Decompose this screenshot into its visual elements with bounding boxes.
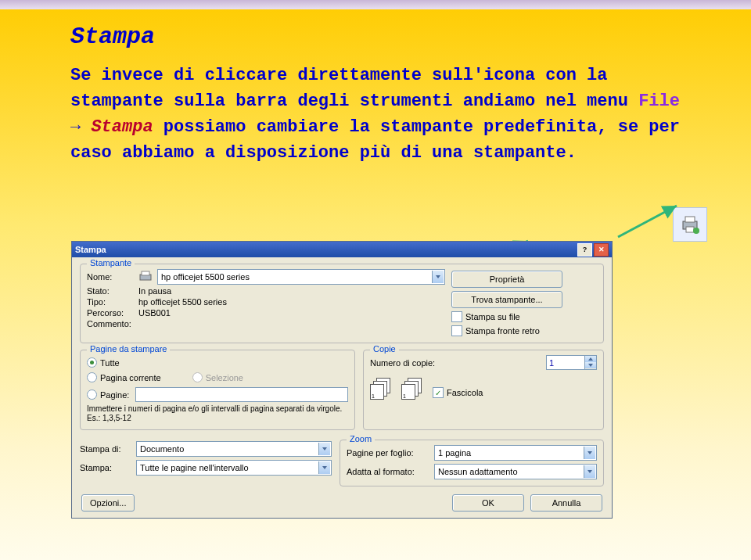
radio-pages[interactable]: Pagine: <box>87 387 348 402</box>
ok-button[interactable]: OK <box>452 494 524 512</box>
print-range-value: Tutte le pagine nell'intervallo <box>140 463 249 472</box>
collate-label: Fascicola <box>447 388 483 397</box>
print-range-dropdown[interactable]: Tutte le pagine nell'intervallo <box>136 460 332 476</box>
fieldset-zoom: Zoom Pagine per foglio:1 pagina Adatta a… <box>340 440 604 486</box>
text-stampa-word: Stampa <box>91 117 153 137</box>
dialog-titlebar: Stampa ? ✕ <box>72 242 612 257</box>
cancel-button[interactable]: Annulla <box>530 494 602 512</box>
radio-selection: Selezione <box>192 372 243 382</box>
printer-icon <box>679 214 701 235</box>
svg-rect-1 <box>685 217 695 222</box>
text-prefix: Se invece di cliccare direttamente sull'… <box>70 66 638 111</box>
legend-zoom: Zoom <box>347 434 375 443</box>
per-sheet-dropdown[interactable]: 1 pagina <box>434 445 597 461</box>
label-type: Tipo: <box>87 297 134 307</box>
fieldset-pages: Pagine da stampare Tutte Pagina corrente… <box>80 350 355 430</box>
close-button[interactable]: ✕ <box>594 243 609 257</box>
status-value: In pausa <box>138 286 171 296</box>
slide-top-stripe <box>0 0 751 9</box>
copies-spinner[interactable]: 1 <box>546 355 597 370</box>
per-sheet-value: 1 pagina <box>438 448 471 458</box>
label-name: Nome: <box>87 272 134 282</box>
label-path: Percorso: <box>87 308 134 318</box>
help-button[interactable]: ? <box>577 243 592 257</box>
text-file-word: File <box>638 92 680 111</box>
legend-printer: Stampante <box>87 258 135 267</box>
print-dialog: Stampa ? ✕ Stampante Nome: hp officejet … <box>71 241 613 519</box>
svg-rect-7 <box>142 271 149 275</box>
slide-body-text: Se invece di cliccare direttamente sull'… <box>70 63 696 166</box>
scale-dropdown[interactable]: Nessun adattamento <box>434 464 597 479</box>
print-what-dropdown[interactable]: Documento <box>136 441 332 457</box>
print-what-value: Documento <box>140 444 184 454</box>
svg-rect-2 <box>686 227 694 232</box>
label-print-range: Stampa: <box>80 463 131 472</box>
copies-label: Numero di copie: <box>370 358 435 368</box>
text-arrow: → <box>70 117 91 137</box>
printer-name-value: hp officejet 5500 series <box>161 272 250 282</box>
radio-all[interactable]: Tutte <box>87 357 348 368</box>
printer-small-icon <box>138 270 153 284</box>
properties-button[interactable]: Proprietà <box>451 271 562 288</box>
slide-title: Stampa <box>70 23 155 50</box>
pages-hint: Immettere i numeri di pagina e/o gli int… <box>87 404 348 423</box>
collate-checkbox[interactable]: ✓Fascicola <box>433 387 483 398</box>
radio-current[interactable]: Pagina corrente <box>87 372 161 382</box>
label-status: Stato: <box>87 286 134 296</box>
duplex-label: Stampa fronte retro <box>465 326 540 336</box>
pages-input[interactable] <box>135 387 348 402</box>
print-to-file-label: Stampa su file <box>465 312 520 321</box>
text-suffix: possiamo cambiare la stampante predefini… <box>70 117 680 163</box>
legend-pages: Pagine da stampare <box>87 344 170 354</box>
svg-line-5 <box>618 206 677 237</box>
print-to-file-checkbox[interactable]: Stampa su file <box>451 311 597 322</box>
radio-selection-label: Selezione <box>206 373 243 382</box>
collate-icon-2: 321 <box>401 378 422 398</box>
collate-icon-1: 321 <box>370 378 390 398</box>
toolbar-print-icon[interactable] <box>673 207 707 242</box>
svg-point-3 <box>693 228 699 234</box>
legend-copies: Copie <box>370 344 399 354</box>
label-comment: Commento: <box>87 319 134 328</box>
radio-pages-label: Pagine: <box>100 390 129 400</box>
options-button[interactable]: Opzioni... <box>81 494 135 512</box>
dialog-title: Stampa <box>75 245 106 254</box>
radio-all-label: Tutte <box>100 358 120 368</box>
path-value: USB001 <box>138 308 171 318</box>
label-scale: Adatta al formato: <box>347 467 429 476</box>
label-print-what: Stampa di: <box>80 444 131 454</box>
fieldset-copies: Copie Numero di copie: 1 321 321 ✓Fasc <box>363 350 604 430</box>
radio-current-label: Pagina corrente <box>100 373 161 382</box>
fieldset-printer: Stampante Nome: hp officejet 5500 series… <box>80 264 604 343</box>
copies-value: 1 <box>549 358 554 368</box>
label-per-sheet: Pagine per foglio: <box>347 448 429 458</box>
find-printer-button[interactable]: Trova stampante... <box>451 291 562 308</box>
scale-value: Nessun adattamento <box>438 467 518 476</box>
type-value: hp officejet 5500 series <box>138 297 227 307</box>
duplex-checkbox[interactable]: Stampa fronte retro <box>451 325 597 336</box>
printer-name-dropdown[interactable]: hp officejet 5500 series <box>157 269 445 285</box>
